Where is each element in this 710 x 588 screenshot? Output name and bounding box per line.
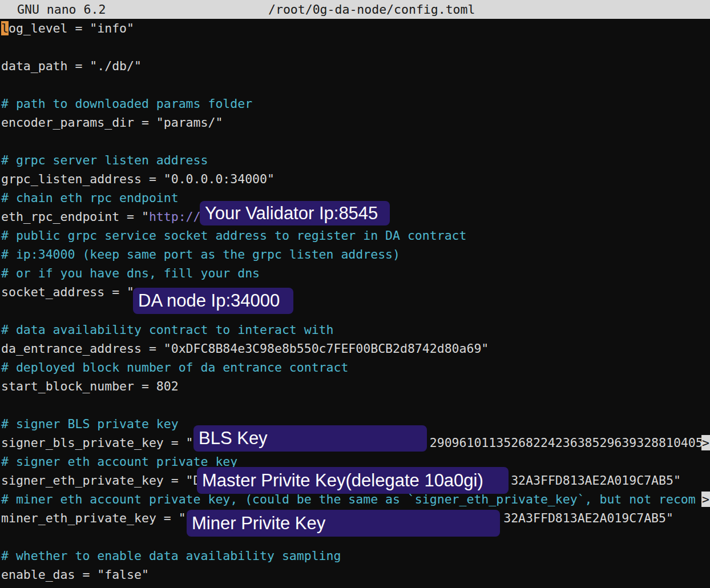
- code-text: 2909610113526822423638529639328810405: [430, 436, 703, 450]
- editor-line[interactable]: grpc_listen_address = "0.0.0.0:34000": [0, 170, 710, 188]
- code-text: signer_bls_private_key = ": [1, 436, 193, 450]
- editor-line[interactable]: enable_das = "false": [0, 565, 710, 584]
- code-text: start_block_number = 802: [1, 379, 179, 393]
- line-continuation-marker: >: [701, 492, 710, 507]
- code-text: data_path = "./db/": [1, 59, 142, 73]
- nano-terminal: GNU nano 6.2 /root/0g-da-node/config.tom…: [0, 0, 710, 588]
- code-text: # deployed block number of da entrance c…: [1, 360, 348, 374]
- app-title: GNU nano 6.2: [17, 0, 106, 19]
- editor-line[interactable]: [0, 38, 710, 57]
- code-text: da_entrance_address = "0xDFC8B84e3C98e8b…: [1, 341, 489, 356]
- code-text: # signer BLS private key: [1, 417, 179, 431]
- code-text: # path to downloaded params folder: [1, 96, 252, 111]
- editor-line[interactable]: [0, 132, 710, 151]
- code-text: # or if you have dns, fill your dns: [1, 266, 260, 280]
- editor-line[interactable]: # public grpc service socket address to …: [0, 226, 710, 245]
- code-text: # public grpc service socket address to …: [1, 228, 466, 243]
- cursor: l: [1, 21, 9, 35]
- editor-line[interactable]: socket_address = ": [0, 283, 710, 301]
- editor-line[interactable]: start_block_number = 802: [0, 377, 710, 396]
- nano-titlebar: GNU nano 6.2 /root/0g-da-node/config.tom…: [0, 0, 710, 19]
- editor-line[interactable]: # whether to enable data availability sa…: [0, 546, 710, 565]
- annotation-miner-private-key: Miner Privite Key: [187, 510, 500, 537]
- editor-line[interactable]: # or if you have dns, fill your dns: [0, 264, 710, 283]
- annotation-validator-ip: Your Validator Ip:8545: [200, 201, 390, 225]
- annotation-da-node-ip: DA node Ip:34000: [133, 288, 293, 314]
- code-text: enable_das = "false": [1, 567, 149, 582]
- code-text: eth_rpc_endpoint = ": [1, 210, 149, 224]
- editor-line[interactable]: encoder_params_dir = "params/": [0, 113, 710, 132]
- code-text: signer_eth_private_key = "D: [1, 473, 201, 488]
- editor-line[interactable]: data_path = "./db/": [0, 57, 710, 75]
- code-text: http://: [149, 210, 201, 224]
- code-text: 32A3FFD813AE2A019C7AB5": [511, 473, 681, 488]
- annotation-bls-key: BLS Key: [193, 425, 427, 452]
- code-text: # whether to enable data availability sa…: [1, 549, 341, 563]
- editor-area[interactable]: log_level = "info"data_path = "./db/"# p…: [0, 19, 710, 584]
- code-text: socket_address = ": [1, 285, 134, 299]
- editor-line[interactable]: # path to downloaded params folder: [0, 94, 710, 113]
- editor-line[interactable]: # grpc server listen address: [0, 151, 710, 170]
- editor-line[interactable]: # deployed block number of da entrance c…: [0, 358, 710, 377]
- code-text: # grpc server listen address: [1, 153, 208, 167]
- editor-line[interactable]: # ip:34000 (keep same port as the grpc l…: [0, 245, 710, 264]
- annotation-master-private-key: Master Privite Key(delegate 10a0gi): [197, 467, 509, 494]
- code-text: encoder_params_dir = "params/": [1, 115, 223, 130]
- code-text: # miner eth account private key, (could …: [1, 492, 696, 506]
- editor-line[interactable]: [0, 75, 710, 94]
- code-text: # chain eth rpc endpoint: [1, 191, 179, 205]
- code-text: miner_eth_private_key = ": [1, 511, 186, 525]
- code-text: grpc_listen_address = "0.0.0.0:34000": [1, 172, 275, 186]
- code-text: # ip:34000 (keep same port as the grpc l…: [1, 247, 400, 261]
- editor-line[interactable]: da_entrance_address = "0xDFC8B84e3C98e8b…: [0, 339, 710, 358]
- editor-line[interactable]: log_level = "info": [0, 19, 710, 38]
- file-path: /root/0g-da-node/config.toml: [268, 0, 475, 19]
- line-continuation-marker: >: [701, 435, 710, 450]
- editor-line[interactable]: # data availability contract to interact…: [0, 320, 710, 339]
- code-text: # data availability contract to interact…: [1, 323, 333, 337]
- code-text: og_level = "info": [9, 21, 134, 35]
- code-text: 32A3FFD813AE2A019C7AB5": [503, 511, 673, 525]
- editor-line[interactable]: [0, 396, 710, 414]
- editor-line[interactable]: [0, 301, 710, 320]
